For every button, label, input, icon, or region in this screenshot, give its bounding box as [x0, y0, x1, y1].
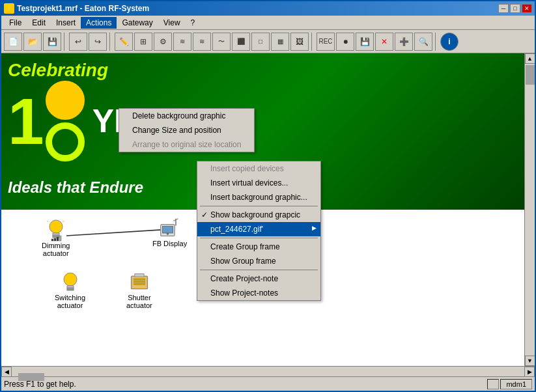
ctx-create-project-note[interactable]: Create Project-note: [197, 272, 320, 286]
fb-display-label: FB Display: [152, 240, 187, 247]
scroll-up-button[interactable]: ▲: [525, 53, 535, 64]
ctx-sep-2: [200, 238, 318, 238]
scrollbar-vertical: ▲ ▼: [524, 53, 535, 366]
status-panels: mdm1: [487, 379, 532, 389]
tool5-button[interactable]: REC: [317, 33, 335, 51]
redo-button[interactable]: ↪: [89, 33, 107, 51]
ctx-show-group-frame[interactable]: Show Group frame: [197, 254, 320, 268]
info-button[interactable]: i: [440, 33, 458, 51]
tool1-button[interactable]: ⬛: [232, 33, 250, 51]
svg-rect-8: [51, 239, 53, 241]
menu-insert[interactable]: Insert: [51, 17, 81, 29]
status-help-text: Press F1 to get help.: [4, 380, 487, 389]
wave3-button[interactable]: 〜: [212, 33, 231, 51]
svg-rect-23: [134, 281, 145, 283]
ctx-sep-3: [200, 270, 318, 270]
svg-rect-15: [162, 226, 173, 233]
scroll-track-v[interactable]: [526, 64, 535, 356]
close-button[interactable]: ✕: [522, 4, 532, 13]
svg-rect-9: [54, 238, 56, 241]
scroll-right-button[interactable]: ▶: [524, 367, 535, 377]
edit-button[interactable]: ✏️: [115, 33, 133, 51]
menu-edit[interactable]: Edit: [27, 17, 51, 29]
ctx-show-project-notes[interactable]: Show Project-notes: [197, 286, 320, 300]
tool8-button[interactable]: ✕: [375, 33, 393, 51]
save-button[interactable]: 💾: [43, 33, 61, 51]
scroll-left-button[interactable]: ◀: [1, 367, 12, 377]
svg-rect-24: [134, 283, 145, 285]
switching-actuator-icon: [60, 272, 81, 292]
wave1-button[interactable]: ≋: [173, 33, 191, 51]
maximize-button[interactable]: □: [510, 4, 520, 13]
grid-button[interactable]: ⊞: [134, 33, 152, 51]
sub-arrange-original[interactable]: Arrange to original size location: [119, 137, 254, 152]
ctx-insert-bg-graphic[interactable]: Insert background graphic...: [197, 190, 320, 204]
ctx-insert-virtual[interactable]: Insert virtual devices...: [197, 176, 320, 190]
switching-actuator-label: Switchingactuator: [55, 294, 85, 309]
tool4-button[interactable]: 🖼: [290, 33, 309, 51]
title-bar: ⚡ Testprojekt1.mrf - Eaton RF-System ─ □…: [1, 1, 535, 16]
scroll-thumb-h[interactable]: [18, 373, 44, 381]
fb-display-device[interactable]: FB Display: [152, 217, 187, 247]
svg-point-16: [166, 232, 169, 235]
digit-0-first: [46, 81, 85, 120]
svg-line-6: [63, 221, 64, 222]
ctx-insert-copied[interactable]: Insert copied devices: [197, 161, 320, 176]
dimming-actuator-label: Dimmingactuator: [42, 242, 70, 257]
tool7-button[interactable]: 💾: [356, 33, 374, 51]
status-panel-2: mdm1: [500, 379, 532, 389]
scrollbar-horizontal: ◀ ▶: [1, 366, 535, 376]
svg-line-7: [47, 221, 48, 222]
app-icon: ⚡: [4, 3, 14, 14]
menu-gateway[interactable]: Gateway: [117, 17, 158, 29]
shutter-actuator-icon: [129, 272, 150, 292]
dimming-actuator-device[interactable]: Dimmingactuator: [42, 219, 70, 257]
sub-delete-bg[interactable]: Delete background graphic: [119, 109, 254, 123]
main-area: Celebrating 1 YEARS Ideals that Endure: [1, 53, 535, 366]
svg-rect-25: [135, 274, 144, 277]
submenu: Delete background graphic Change Size an…: [119, 108, 255, 152]
digit-1: 1: [8, 89, 44, 154]
svg-point-1: [49, 220, 63, 233]
title-bar-left: ⚡ Testprojekt1.mrf - Eaton RF-System: [4, 3, 149, 14]
switching-actuator-device[interactable]: Switchingactuator: [55, 272, 85, 309]
svg-point-17: [64, 273, 77, 286]
context-menu: Insert copied devices Insert virtual dev…: [197, 161, 321, 301]
svg-rect-22: [134, 279, 145, 281]
tool2-button[interactable]: □: [251, 33, 270, 51]
scroll-down-button[interactable]: ▼: [525, 356, 535, 366]
menu-help[interactable]: ?: [186, 17, 201, 29]
settings-button[interactable]: ⚙: [154, 33, 172, 51]
dimming-actuator-icon: [46, 219, 66, 240]
toolbar-sep-1: [64, 33, 66, 51]
tool9-button[interactable]: ➕: [395, 33, 413, 51]
tool6-button[interactable]: ⏺: [336, 33, 354, 51]
sub-change-size[interactable]: Change Size and position: [119, 123, 254, 137]
title-bar-controls: ─ □ ✕: [498, 4, 532, 13]
menu-file[interactable]: File: [4, 17, 27, 29]
ctx-pct-file[interactable]: pct_244627.gif': [197, 222, 320, 236]
toolbar: 📄 📂 💾 ↩ ↪ ✏️ ⊞ ⚙ ≋ ≋ 〜 ⬛ □ ▦ 🖼 REC ⏺ 💾 ✕…: [1, 30, 535, 53]
new-button[interactable]: 📄: [4, 33, 22, 51]
undo-button[interactable]: ↩: [69, 33, 87, 51]
wave2-button[interactable]: ≋: [193, 33, 211, 51]
ctx-show-bg-graphic[interactable]: Show background grapcic: [197, 208, 320, 222]
menu-view[interactable]: View: [158, 17, 186, 29]
status-panel-1: [487, 379, 499, 389]
toolbar-sep-3: [311, 33, 314, 51]
tool3-button[interactable]: ▦: [271, 33, 289, 51]
minimize-button[interactable]: ─: [498, 4, 509, 13]
toolbar-sep-4: [435, 33, 438, 51]
open-button[interactable]: 📂: [23, 33, 42, 51]
ctx-create-group-frame[interactable]: Create Group frame: [197, 240, 320, 254]
canvas[interactable]: Celebrating 1 YEARS Ideals that Endure: [1, 53, 524, 366]
digit-0-second: [46, 122, 85, 161]
scroll-thumb-v[interactable]: [526, 65, 535, 85]
shutter-actuator-device[interactable]: Shutteractuator: [126, 272, 152, 309]
shutter-actuator-label: Shutteractuator: [126, 294, 152, 309]
status-bar: Press F1 to get help. mdm1: [1, 376, 535, 391]
window-title: Testprojekt1.mrf - Eaton RF-System: [17, 4, 149, 13]
menu-actions[interactable]: Actions: [81, 17, 117, 29]
fb-display-icon: [160, 217, 180, 238]
tool10-button[interactable]: 🔍: [414, 33, 432, 51]
